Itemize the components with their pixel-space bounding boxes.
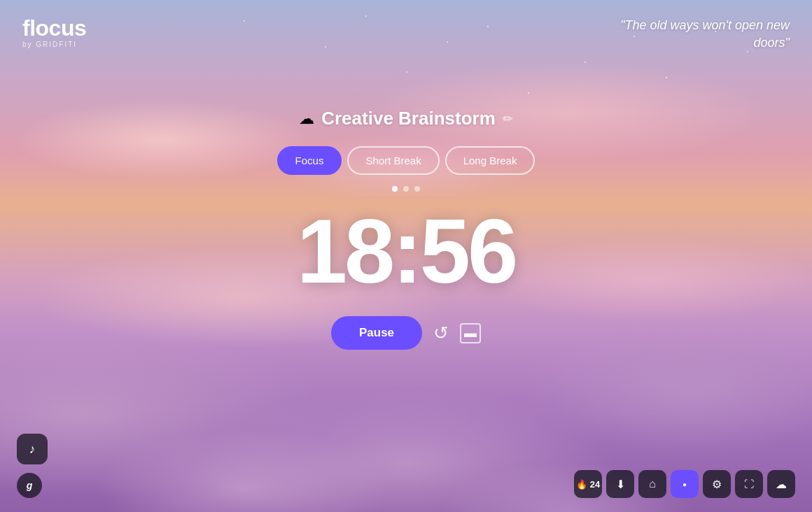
progress-dots [392,186,420,192]
home-button[interactable]: ⌂ [638,470,666,498]
settings-icon: ⚙ [712,478,722,491]
streak-count: 24 [590,479,600,490]
streak-badge: 🔥 24 [576,479,600,490]
gridfiti-button[interactable]: g [17,473,42,498]
fire-icon: 🔥 [576,479,587,490]
fullscreen-icon: ⛶ [744,478,754,490]
center-content: ☁ Creative Brainstorm ✏ Focus Short Brea… [0,24,812,434]
restart-icon[interactable]: ↺ [433,322,449,344]
dot-3 [414,186,420,192]
app-container: flocus by GRIDFITI "The old ways won't o… [0,0,812,512]
pause-button[interactable]: Pause [331,316,422,350]
dot-1 [392,186,398,192]
fullscreen-button[interactable]: ⛶ [735,470,763,498]
session-icon: ☁ [299,110,314,128]
session-name: Creative Brainstorm [321,108,496,129]
edit-session-icon[interactable]: ✏ [503,111,513,127]
settings-button[interactable]: ⚙ [703,470,731,498]
bottom-right: 🔥 24 ⬇ ⌂ ● ⚙ ⛶ [574,470,795,498]
tab-long-break[interactable]: Long Break [445,146,536,175]
timer-controls: Pause ↺ ▬ [331,316,481,350]
timer-display: 18:56 [297,206,516,297]
mode-tabs: Focus Short Break Long Break [277,146,536,175]
download-icon: ⬇ [616,478,625,491]
tab-focus[interactable]: Focus [277,146,342,175]
bottom-bar: ♪ g 🔥 24 ⬇ ⌂ ● [0,434,812,512]
music-icon: ♪ [29,442,36,457]
music-button[interactable]: ♪ [17,434,48,464]
weather-button[interactable]: ☁ [767,470,795,498]
active-mode-button[interactable]: ● [671,470,699,498]
session-title-area: ☁ Creative Brainstorm ✏ [299,108,513,129]
weather-icon: ☁ [776,478,787,491]
active-icon: ● [682,481,687,488]
dot-2 [403,186,409,192]
gridfiti-icon: g [27,480,33,491]
tab-short-break[interactable]: Short Break [347,146,439,175]
home-icon: ⌂ [649,478,656,490]
screen-mode-icon[interactable]: ▬ [460,323,481,343]
bottom-left: ♪ g [17,434,48,498]
streak-button[interactable]: 🔥 24 [574,470,602,498]
download-button[interactable]: ⬇ [606,470,634,498]
